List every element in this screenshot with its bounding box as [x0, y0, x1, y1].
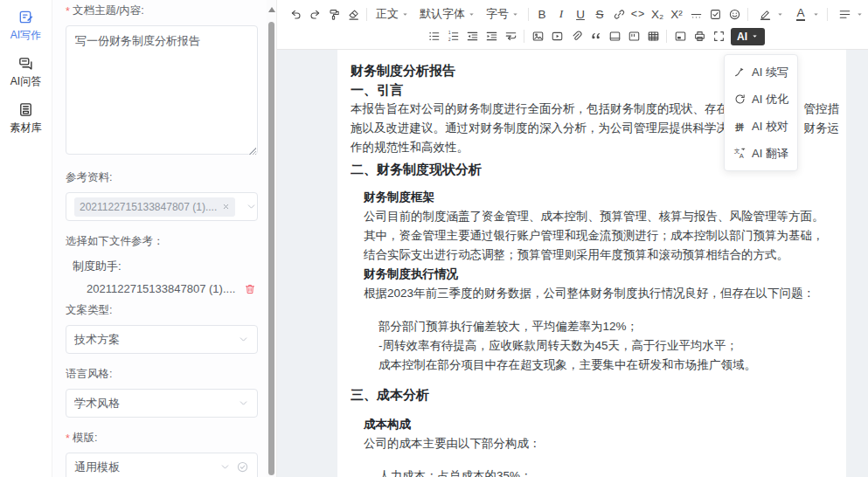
line-break-icon[interactable] — [501, 27, 520, 46]
delete-file-icon[interactable] — [244, 283, 256, 295]
remove-tag-icon[interactable] — [222, 203, 230, 211]
ai-proofread-menu-item[interactable]: 拼AI 校对 — [725, 113, 797, 140]
video-icon[interactable] — [547, 27, 566, 46]
toolbar-separator — [747, 8, 748, 21]
caret-down-icon — [776, 10, 784, 18]
caret-down-icon — [468, 10, 476, 18]
sidebar-item-material-library[interactable]: 素材库 — [10, 101, 42, 135]
caret-down-icon — [751, 32, 759, 40]
font-color-button[interactable]: A — [788, 4, 823, 24]
reference-file-name: 2021122715133847807 (1).... — [87, 282, 239, 295]
ai-optimize-menu-item[interactable]: AI 优化 — [725, 86, 797, 113]
bold-button[interactable]: B — [532, 4, 552, 24]
ai-translate-menu-item[interactable]: 文AAI 翻译 — [725, 140, 797, 167]
doc-text-fragment: 管控措 — [804, 100, 840, 119]
toolbar-row-1: 正文默认字体字号BIUS<>X₂X²A — [286, 3, 868, 25]
template-label: * 模版: — [66, 431, 258, 446]
emoji-icon[interactable] — [725, 4, 744, 24]
doc-type-select[interactable]: 技术方案 — [66, 325, 258, 354]
svg-text:拼: 拼 — [734, 122, 745, 132]
sidebar-item-label: 素材库 — [10, 121, 42, 135]
reference-tag-text: 2021122715133847807 (1).... — [80, 201, 217, 213]
svg-text:A: A — [740, 152, 744, 160]
font-size-value: 字号 — [486, 6, 509, 22]
bullet-list-icon[interactable] — [424, 27, 443, 46]
menu-item-label: AI 校对 — [752, 119, 788, 135]
doc-text-line: 部分部门预算执行偏差较大，平均偏差率为12%； — [351, 317, 839, 336]
ai-dropdown-button[interactable]: AI — [731, 28, 765, 45]
template-select[interactable]: 通用模板 — [66, 453, 258, 477]
link-icon[interactable] — [609, 4, 628, 24]
code-block-icon[interactable] — [624, 27, 643, 46]
doc-text-line: 公司目前的制度涵盖了资金管理、成本控制、预算管理、核算与报告、风险管理等方面。 — [351, 207, 839, 226]
ai-continue-icon — [733, 66, 746, 79]
doc-text-fragment: 施以及改进建议。通过对财务制度的深入分析，为公司管理层提供科学决 — [351, 119, 728, 138]
indent-icon[interactable] — [482, 27, 501, 46]
writer-form-panel: * 文档主题/内容: 写一份财务制度分析报告 参考资料: 20211227151… — [52, 0, 276, 477]
underline-button[interactable]: U — [571, 4, 590, 24]
ai-button-label: AI — [737, 31, 747, 43]
sidebar-item-label: AI问答 — [10, 74, 41, 89]
divider-icon[interactable] — [605, 27, 624, 46]
fullscreen-icon[interactable] — [709, 27, 728, 46]
image-icon[interactable] — [528, 27, 547, 46]
topic-input[interactable]: 写一份财务制度分析报告 — [66, 25, 258, 155]
eraser-icon[interactable] — [344, 4, 363, 24]
scrollbar-thumb[interactable] — [268, 22, 274, 475]
doc-text-fragment: 本报告旨在对公司的财务制度进行全面分析，包括财务制度的现状、存在 — [351, 100, 728, 119]
topic-label: * 文档主题/内容: — [66, 3, 258, 18]
ai-write-icon — [17, 9, 34, 25]
table-icon[interactable] — [643, 27, 663, 46]
font-size-select[interactable]: 字号 — [481, 6, 524, 22]
paragraph-style-select[interactable]: 正文 — [371, 6, 414, 22]
toolbar-separator — [528, 8, 529, 21]
italic-button[interactable]: I — [552, 4, 571, 24]
doc-heading: 财务制度执行情况 — [351, 265, 839, 284]
subscript-button[interactable]: X₂ — [648, 4, 667, 24]
topic-input-wrap: 写一份财务制度分析报告 — [66, 25, 258, 157]
ai-continue-menu-item[interactable]: AI 续写 — [725, 59, 797, 86]
print-icon[interactable] — [690, 27, 709, 46]
ai-translate-icon: 文A — [733, 147, 746, 160]
doc-text-line: 根据2023年前三季度的财务数据，公司整体财务制度执行情况良好，但存在以下问题： — [351, 284, 839, 303]
toolbar-row-2: 12AI — [286, 25, 868, 47]
embed-icon[interactable] — [670, 27, 690, 46]
scroll-up-arrow-icon[interactable] — [268, 3, 275, 12]
inline-code-button[interactable]: <> — [628, 4, 648, 24]
app-window: AI写作AI问答素材库 * 文档主题/内容: 写一份财务制度分析报告 参考资料:… — [0, 0, 868, 477]
doc-text-line: 人力成本：占总成本的35%； — [351, 467, 839, 477]
format-painter-icon[interactable] — [324, 4, 344, 24]
language-style-value: 学术风格 — [74, 396, 233, 411]
sidebar-item-ai-write[interactable]: AI写作 — [10, 9, 41, 43]
template-ok-icon — [236, 460, 249, 474]
reference-select[interactable]: 2021122715133847807 (1).... — [66, 192, 258, 221]
outdent-icon[interactable] — [462, 27, 482, 46]
ordered-list-icon[interactable]: 12 — [443, 27, 462, 46]
undo-icon[interactable] — [286, 4, 305, 24]
redo-icon[interactable] — [305, 4, 324, 24]
strikethrough-button[interactable]: S — [590, 4, 609, 24]
required-asterisk: * — [66, 432, 70, 445]
superscript-button[interactable]: X² — [667, 4, 686, 24]
horizontal-rule-icon[interactable] — [686, 4, 705, 24]
doc-heading: 三、成本分析 — [351, 385, 839, 404]
ai-dropdown-menu: AI 续写AI 优化拼AI 校对文AAI 翻译 — [724, 54, 798, 171]
attachment-icon[interactable] — [566, 27, 586, 46]
svg-text:2: 2 — [448, 38, 450, 42]
blockquote-icon[interactable] — [586, 27, 605, 46]
toolbar-separator — [666, 30, 667, 43]
menu-item-label: AI 续写 — [752, 65, 788, 80]
doc-type-label: 文案类型: — [66, 303, 258, 318]
doc-text-line: 结合实际支出进行动态调整；预算管理则采用年度预算和滚动预算相结合的方式。 — [351, 245, 839, 265]
chevron-down-icon — [238, 334, 249, 345]
sidebar-item-ai-qa[interactable]: AI问答 — [10, 55, 41, 89]
font-family-select[interactable]: 默认字体 — [414, 6, 481, 22]
highlight-pen-button[interactable] — [752, 4, 788, 24]
todo-checkbox-icon[interactable] — [705, 4, 725, 24]
doc-heading: 财务制度框架 — [351, 188, 839, 207]
panel-scrollbar[interactable] — [267, 0, 276, 477]
align-button[interactable] — [831, 4, 867, 24]
font-family-value: 默认字体 — [420, 6, 465, 22]
ai-proofread-icon: 拼 — [733, 120, 746, 133]
language-style-select[interactable]: 学术风格 — [66, 389, 258, 418]
